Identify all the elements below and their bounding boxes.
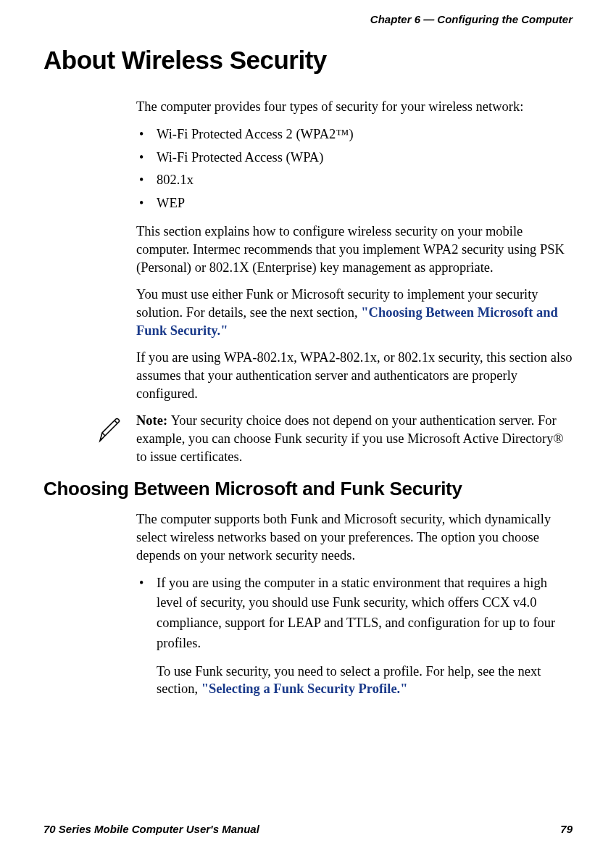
note-label: Note: [136, 413, 171, 428]
link-selecting-funk-profile[interactable]: "Selecting a Funk Security Profile." [201, 681, 408, 696]
section-heading-choosing-security: Choosing Between Microsoft and Funk Secu… [43, 478, 573, 500]
section2-content: The computer supports both Funk and Micr… [136, 510, 573, 699]
assumption-paragraph: If you are using WPA-802.1x, WPA2-802.1x… [136, 349, 573, 403]
list-item: If you are using the computer in a stati… [136, 573, 573, 654]
list-item: WEP [136, 194, 573, 214]
funk-microsoft-paragraph: You must use either Funk or Microsoft se… [136, 286, 573, 340]
list-item: Wi-Fi Protected Access (WPA) [136, 148, 573, 168]
intro-paragraph: The computer provides four types of secu… [136, 98, 573, 116]
security-types-list: Wi-Fi Protected Access 2 (WPA2™) Wi-Fi P… [136, 125, 573, 214]
manual-title: 70 Series Mobile Computer User's Manual [43, 823, 259, 835]
funk-profile-paragraph: To use Funk security, you need to select… [157, 663, 573, 699]
section-heading-about-wireless-security: About Wireless Security [43, 46, 573, 75]
list-item: 802.1x [136, 170, 573, 191]
list-item: Wi-Fi Protected Access 2 (WPA2™) [136, 125, 573, 145]
page-footer: 70 Series Mobile Computer User's Manual … [43, 823, 573, 835]
note-body: Your security choice does not depend on … [136, 413, 563, 464]
chapter-header: Chapter 6 — Configuring the Computer [43, 13, 573, 25]
section2-list: If you are using the computer in a stati… [136, 573, 573, 654]
explain-paragraph: This section explains how to configure w… [136, 223, 573, 277]
page-number: 79 [560, 823, 573, 835]
note-block: Note: Your security choice does not depe… [94, 412, 573, 466]
note-text: Note: Your security choice does not depe… [136, 412, 573, 466]
section2-intro: The computer supports both Funk and Micr… [136, 510, 573, 565]
section1-content: The computer provides four types of secu… [136, 98, 573, 403]
pencil-icon [94, 415, 126, 449]
